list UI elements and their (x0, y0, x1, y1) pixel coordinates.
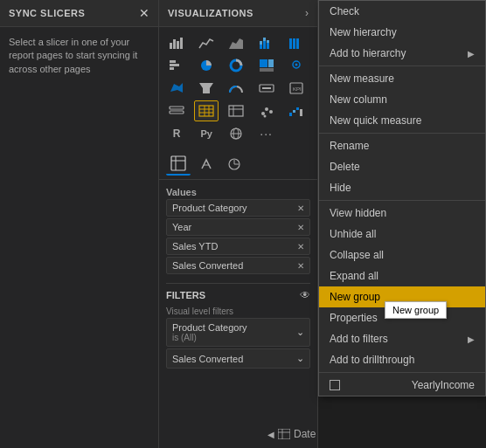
menu-new-hierarchy[interactable]: New hierarchy (319, 22, 485, 43)
field-converted-remove-icon[interactable]: ✕ (297, 261, 304, 271)
field-sales-ytd-label: Sales YTD (172, 241, 218, 252)
menu-view-hidden[interactable]: View hidden (319, 203, 485, 224)
svg-rect-6 (260, 41, 262, 45)
viz-icon-waterfall[interactable] (284, 100, 309, 121)
field-wells-tab[interactable] (166, 153, 191, 176)
viz-icon-stacked-bar[interactable] (254, 32, 279, 53)
field-product-category-label: Product Category (172, 203, 247, 213)
menu-new-column[interactable]: New column (319, 89, 485, 110)
filter-pc-text: Product Category is (All) (172, 322, 247, 342)
viz-icon-r[interactable]: R (164, 123, 189, 144)
svg-rect-11 (289, 38, 292, 49)
svg-rect-9 (267, 43, 269, 49)
visualizations-title: VISUALIZATIONS (168, 8, 253, 18)
menu-add-to-filters[interactable]: Add to filters ▶ (319, 328, 485, 349)
filter-sc-text: Sales Converted (172, 354, 243, 364)
sync-slicers-panel: SYNC SLICERS ✕ Select a slicer in one of… (0, 0, 159, 448)
viz-icon-filled-map[interactable] (164, 78, 189, 99)
svg-rect-0 (170, 43, 172, 49)
menu-rename[interactable]: Rename (319, 135, 485, 156)
format-tab[interactable] (194, 153, 219, 176)
tooltip-text: New group (392, 305, 439, 315)
menu-check[interactable]: Check (319, 1, 485, 22)
svg-rect-8 (263, 38, 266, 41)
viz-icon-100-stacked[interactable] (284, 32, 309, 53)
field-ytd-remove-icon[interactable]: ✕ (297, 242, 304, 252)
viz-icon-map[interactable] (284, 55, 309, 76)
svg-rect-32 (199, 106, 213, 116)
filters-eye-icon[interactable]: 👁 (300, 289, 310, 301)
values-label: Values (166, 183, 310, 199)
viz-icon-slicer[interactable] (164, 100, 189, 121)
field-product-category[interactable]: Product Category ✕ (166, 199, 310, 217)
svg-point-23 (295, 64, 297, 66)
viz-icon-hbar[interactable] (164, 55, 189, 76)
viz-icon-ellipsis[interactable]: ··· (254, 123, 279, 144)
viz-icon-card[interactable] (254, 78, 279, 99)
field-sales-ytd[interactable]: Sales YTD ✕ (166, 238, 310, 255)
filter-sc-expand-icon[interactable]: ⌄ (296, 353, 304, 364)
sync-slicers-title: SYNC SLICERS (9, 8, 85, 18)
viz-icon-python[interactable]: Py (194, 123, 219, 144)
menu-new-measure-label: New measure (330, 72, 394, 85)
viz-icon-table[interactable] (194, 100, 219, 121)
field-expand-icon[interactable]: ✕ (297, 203, 304, 213)
viz-icon-scatter[interactable] (254, 100, 279, 121)
menu-delete-label: Delete (330, 161, 360, 173)
filters-section: FILTERS 👁 Visual level filters Product C… (159, 283, 317, 370)
menu-new-measure[interactable]: New measure (319, 68, 485, 89)
field-year-remove-icon[interactable]: ✕ (297, 223, 304, 232)
menu-delete[interactable]: Delete (319, 156, 485, 177)
filter-sales-converted[interactable]: Sales Converted ⌄ (166, 348, 310, 369)
svg-rect-12 (293, 38, 295, 49)
svg-rect-2 (177, 41, 179, 49)
field-year-label: Year (172, 222, 191, 232)
viz-icon-line[interactable] (194, 32, 219, 53)
svg-rect-13 (296, 38, 299, 49)
menu-add-hierarchy-label: Add to hierarchy (330, 47, 406, 59)
viz-icon-donut[interactable] (224, 55, 248, 76)
viz-icon-globe[interactable] (224, 123, 248, 144)
values-section: Values Product Category ✕ Year ✕ Sales Y… (159, 179, 317, 283)
yearlyincome-checkbox[interactable] (330, 380, 340, 390)
svg-rect-15 (170, 64, 179, 66)
viz-icon-bar[interactable] (164, 32, 189, 53)
menu-expand-all[interactable]: Expand all (319, 265, 485, 286)
filter-pc-name: Product Category (172, 322, 247, 333)
menu-view-hidden-label: View hidden (330, 207, 386, 219)
tree-date-item[interactable]: ◀ Date (267, 428, 316, 440)
field-well-tabs (159, 149, 317, 179)
field-sales-converted[interactable]: Sales Converted ✕ (166, 257, 310, 274)
menu-new-hierarchy-label: New hierarchy (330, 26, 397, 38)
menu-new-column-label: New column (330, 93, 387, 106)
filter-product-category[interactable]: Product Category is (All) ⌄ (166, 318, 310, 347)
viz-icon-matrix[interactable] (224, 100, 248, 121)
menu-new-quick-measure-label: New quick measure (330, 114, 421, 127)
expand-icon[interactable]: › (305, 7, 309, 19)
menu-unhide-all[interactable]: Unhide all (319, 224, 485, 245)
analytics-tab[interactable] (222, 153, 246, 176)
viz-icon-area[interactable] (224, 32, 248, 53)
viz-icon-pie[interactable] (194, 55, 219, 76)
menu-sep-3 (319, 200, 485, 201)
menu-unhide-all-label: Unhide all (330, 228, 376, 240)
svg-point-43 (263, 115, 266, 118)
menu-new-quick-measure[interactable]: New quick measure (319, 110, 485, 131)
viz-icon-kpi[interactable]: KPI (284, 78, 309, 99)
filter-pc-expand-icon[interactable]: ⌄ (296, 327, 304, 338)
menu-hide[interactable]: Hide (319, 177, 485, 198)
field-year[interactable]: Year ✕ (166, 218, 310, 236)
svg-text:KPI: KPI (293, 86, 302, 92)
viz-icon-funnel[interactable] (194, 78, 219, 99)
menu-add-to-hierarchy[interactable]: Add to hierarchy ▶ (319, 43, 485, 64)
filters-header: FILTERS 👁 (166, 283, 310, 305)
close-icon[interactable]: ✕ (139, 7, 149, 19)
menu-add-to-drillthrough[interactable]: Add to drillthrough (319, 349, 485, 370)
menu-yearlyincome[interactable]: YearlyIncome (319, 375, 485, 396)
viz-icon-treemap[interactable] (254, 55, 279, 76)
svg-rect-21 (260, 68, 274, 72)
menu-collapse-all[interactable]: Collapse all (319, 245, 485, 265)
svg-rect-19 (260, 59, 267, 67)
field-sales-converted-label: Sales Converted (172, 260, 243, 271)
viz-icon-gauge[interactable] (224, 78, 248, 99)
